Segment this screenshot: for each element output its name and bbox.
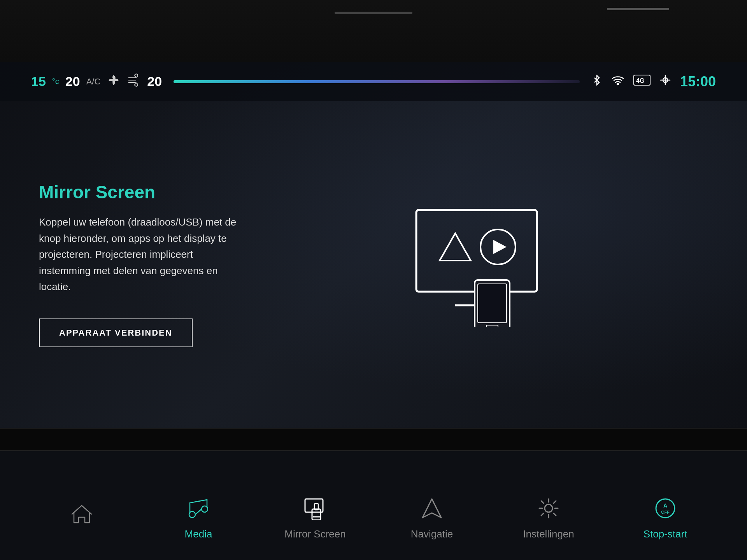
status-icons-right: 4G 15:00: [591, 74, 716, 90]
temp-left-value: 15: [31, 74, 46, 89]
svg-point-15: [202, 506, 208, 512]
settings-nav-label: Instellingen: [523, 528, 574, 540]
climate-bar: [174, 80, 580, 83]
top-bezel: [0, 0, 747, 62]
mirror-screen-nav-label: Mirror Screen: [284, 528, 345, 540]
4g-icon: 4G: [633, 75, 651, 88]
temp-right-value: 20: [147, 74, 162, 89]
gear-icon: [537, 497, 560, 520]
svg-rect-18: [312, 509, 321, 520]
description-text: Koppel uw telefoon (draadloos/USB) met d…: [39, 214, 241, 295]
media-nav-label: Media: [185, 528, 212, 540]
settings-nav-icon: [535, 495, 562, 522]
mirror-icon: [303, 497, 327, 520]
clock-display: 15:00: [680, 74, 716, 90]
fan-icon[interactable]: [107, 73, 121, 90]
home-nav-icon: [68, 500, 95, 528]
vent-line-right: [607, 8, 669, 10]
nav-item-media[interactable]: Media: [167, 495, 230, 540]
svg-rect-12: [478, 284, 507, 323]
nav-item-settings[interactable]: Instellingen: [517, 495, 580, 540]
navigation-icon: [420, 497, 444, 520]
navigation-nav-label: Navigatie: [411, 528, 453, 540]
ac-label: A/C: [86, 77, 101, 87]
text-section: Mirror Screen Koppel uw telefoon (draadl…: [39, 182, 265, 347]
svg-line-16: [195, 509, 202, 514]
svg-marker-10: [493, 240, 507, 254]
svg-text:OFF: OFF: [661, 510, 670, 514]
media-nav-icon: [185, 495, 212, 522]
stopstart-icon: A OFF: [654, 497, 677, 520]
home-icon: [70, 502, 93, 526]
svg-marker-21: [423, 499, 441, 518]
status-bar: 15 °c 20 A/C 20: [0, 62, 747, 101]
climate-controls: 15 °c 20 A/C 20: [31, 73, 162, 90]
temp-left-unit: °c: [52, 77, 59, 86]
bluetooth-icon[interactable]: [591, 75, 602, 88]
wifi-icon[interactable]: [612, 75, 624, 88]
main-screen: 15 °c 20 A/C 20: [0, 62, 747, 428]
stopstart-nav-icon: A OFF: [652, 495, 679, 522]
mirror-screen-nav-icon: [302, 495, 329, 522]
nav-item-mirror-screen[interactable]: Mirror Screen: [284, 495, 346, 540]
svg-point-22: [545, 504, 552, 512]
navigation-nav-icon: [418, 495, 445, 522]
bottom-navigation: Media Mirror Screen Navigatie: [0, 451, 747, 560]
ac-value: 20: [65, 74, 80, 89]
svg-point-14: [189, 511, 195, 518]
air-distribution-icon[interactable]: [127, 73, 141, 90]
music-icon: [187, 497, 210, 520]
main-content-area: Mirror Screen Koppel uw telefoon (draadl…: [0, 101, 747, 428]
svg-point-1: [617, 83, 619, 85]
nav-item-stopstart[interactable]: A OFF Stop-start: [634, 495, 696, 540]
vent-line: [335, 12, 412, 14]
svg-text:4G: 4G: [636, 77, 644, 84]
connect-device-button[interactable]: APPARAAT VERBINDEN: [39, 318, 193, 347]
middle-bezel: [0, 428, 747, 451]
nav-item-navigation[interactable]: Navigatie: [401, 495, 463, 540]
stopstart-nav-label: Stop-start: [644, 528, 687, 540]
svg-text:A: A: [663, 502, 667, 509]
gps-icon[interactable]: [660, 75, 671, 88]
page-title: Mirror Screen: [39, 182, 241, 203]
illustration-svg: [409, 202, 564, 327]
nav-item-home[interactable]: [51, 500, 113, 534]
mirror-screen-illustration: [265, 202, 708, 327]
svg-marker-8: [440, 233, 471, 261]
